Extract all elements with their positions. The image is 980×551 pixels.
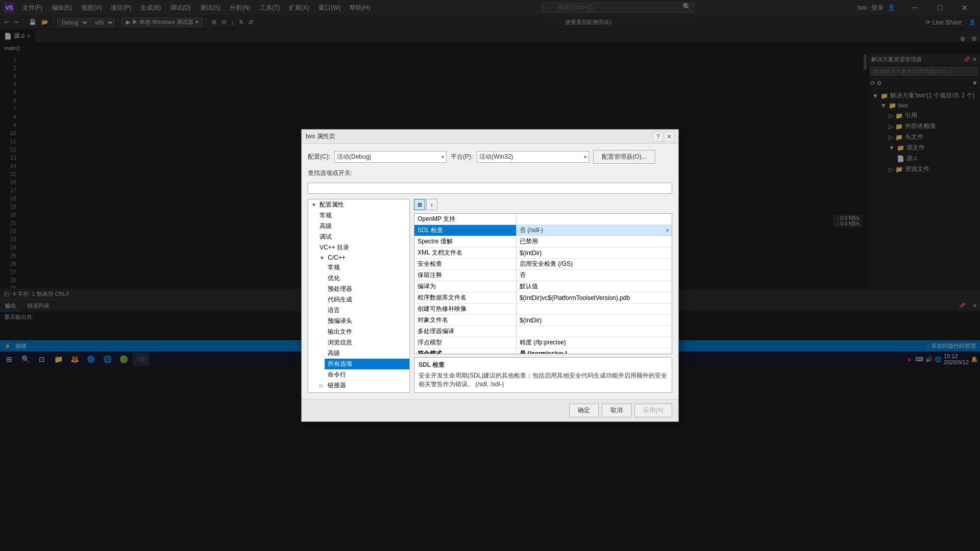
tree-output-files[interactable]: 输出文件: [325, 327, 409, 337]
prop-key-comments: 保留注释: [414, 270, 517, 281]
property-description: SDL 检查 安全开发生命周期(SDL)建议的其他检查；包括启用其他安全代码生成…: [414, 357, 672, 393]
tree-advanced[interactable]: 高级: [316, 221, 409, 232]
browse-label: 浏览信息: [328, 338, 352, 347]
prop-row-mp: 多处理器编译: [414, 326, 672, 337]
prop-val-hotpatch: [517, 304, 672, 314]
config-manager-button[interactable]: 配置管理器(O)...: [593, 150, 655, 164]
tree-advanced-label: 高级: [320, 222, 332, 231]
config-arrow: ▾: [442, 154, 444, 160]
ok-button[interactable]: 确定: [569, 404, 599, 417]
prop-key-sdl: SDL 检查: [414, 225, 517, 236]
tree-config-props[interactable]: ▼ 配置属性: [308, 199, 409, 210]
dialog-titlebar: two 属性页 ? ✕: [302, 130, 678, 144]
prop-val-xml: $(IntDir): [517, 247, 672, 258]
properties-table: OpenMP 支持 SDL 检查 否 (/sdl-) ▾: [414, 213, 672, 354]
prop-key-pdb: 程序数据库文件名: [414, 292, 517, 303]
tree-cpp-advanced[interactable]: 高级: [325, 348, 409, 359]
expand-icon: ▼: [311, 202, 317, 208]
tree-pch[interactable]: 预编译头: [325, 316, 409, 327]
prop-val-comments: 否: [517, 270, 672, 281]
tree-config-label: 配置属性: [320, 201, 344, 209]
prop-key-conform: 符合模式: [414, 348, 517, 354]
prop-val-sdl: 否 (/sdl-) ▾: [517, 225, 672, 236]
properties-tree: ▼ 配置属性 常规 高级 调试 VC+: [308, 199, 410, 393]
expand-linker: ▷: [320, 383, 326, 388]
dialog-main-content: ▼ 配置属性 常规 高级 调试 VC+: [308, 199, 672, 393]
config-row: 配置(C): 活动(Debug) ▾ 平台(P): 活动(Win32) ▾ 配置…: [308, 150, 672, 164]
tree-language[interactable]: 语言: [325, 305, 409, 316]
prop-val-conform: 是 (/permissive-): [517, 348, 672, 354]
apply-button[interactable]: 应用(A): [634, 404, 672, 417]
prop-row-spectre: Spectre 缓解 已禁用: [414, 236, 672, 247]
prop-row-comments: 保留注释 否: [414, 270, 672, 281]
dialog-help-button[interactable]: ?: [653, 132, 663, 142]
tree-manifest[interactable]: ▷ 清单工具: [316, 391, 409, 393]
all-opt-label: 所有选项: [328, 360, 352, 368]
prop-row-sdl[interactable]: SDL 检查 否 (/sdl-) ▾: [414, 225, 672, 236]
search-row: 查找选项或开关:: [308, 169, 672, 178]
tree-codegen[interactable]: 代码生成: [325, 294, 409, 305]
prop-toolbar: ⊞ ↕: [414, 199, 672, 210]
option-search-input[interactable]: [308, 183, 672, 194]
sdl-dropdown-arrow[interactable]: ▾: [666, 228, 669, 233]
tree-vc-label: VC++ 目录: [320, 243, 349, 252]
tree-cpp[interactable]: ▼ C/C++: [316, 253, 409, 262]
tree-debug-label: 调试: [320, 233, 332, 241]
tree-cpp-general[interactable]: 常规: [325, 262, 409, 273]
config-dropdown[interactable]: 活动(Debug) ▾: [334, 151, 447, 163]
desc-text: 安全开发生命周期(SDL)建议的其他检查；包括启用其他安全代码生成功能并启用额外…: [419, 371, 668, 389]
dialog-overlay: two 属性页 ? ✕ 配置(C): 活动(Debug) ▾ 平台(P): 活动…: [0, 0, 980, 551]
platform-dropdown[interactable]: 活动(Win32) ▾: [477, 151, 589, 163]
tree-linker[interactable]: ▷ 链接器: [316, 380, 409, 391]
tree-preprocessor[interactable]: 预处理器: [325, 284, 409, 294]
pch-label: 预编译头: [328, 317, 352, 325]
platform-arrow: ▾: [584, 154, 586, 160]
prop-val-objfiles: $(IntDir): [517, 315, 672, 325]
prop-row-hotpatch: 创建可热修补映像: [414, 304, 672, 315]
lang-label: 语言: [328, 306, 340, 315]
prop-key-openmp: OpenMP 支持: [414, 214, 517, 224]
prop-key-float: 浮点模型: [414, 337, 517, 348]
prop-view-grid[interactable]: ⊞: [414, 199, 425, 210]
tree-cpp-label: C/C++: [328, 254, 346, 261]
prop-key-mp: 多处理器编译: [414, 326, 517, 337]
prop-val-openmp: [517, 214, 672, 224]
prop-key-objfiles: 对象文件名: [414, 315, 517, 325]
prop-val-mp: [517, 326, 672, 337]
desc-title: SDL 检查: [419, 361, 668, 369]
prop-val-float: 精度 (/fp:precise): [517, 337, 672, 348]
config-label: 配置(C):: [308, 153, 330, 161]
opt-label: 优化: [328, 274, 340, 283]
tree-all-options[interactable]: 所有选项: [325, 359, 409, 369]
cancel-button[interactable]: 取消: [602, 404, 631, 417]
tree-debug[interactable]: 调试: [316, 232, 409, 242]
dialog-controls: ? ✕: [653, 132, 674, 142]
dialog-close-button[interactable]: ✕: [664, 132, 674, 142]
platform-value: 活动(Win32): [479, 153, 513, 161]
tree-general-label: 常规: [320, 211, 332, 220]
dialog-title: two 属性页: [306, 132, 653, 141]
prop-key-hotpatch: 创建可热修补映像: [414, 304, 517, 314]
dialog-body: 配置(C): 活动(Debug) ▾ 平台(P): 活动(Win32) ▾ 配置…: [302, 144, 678, 399]
prop-row-float: 浮点模型 精度 (/fp:precise): [414, 337, 672, 348]
tree-optimization[interactable]: 优化: [325, 273, 409, 284]
prop-val-security: 启用安全检查 (/GS): [517, 259, 672, 269]
prop-val-spectre: 已禁用: [517, 236, 672, 247]
tree-general[interactable]: 常规: [316, 210, 409, 221]
prop-view-sort[interactable]: ↕: [426, 199, 437, 210]
tree-vc-dirs[interactable]: VC++ 目录: [316, 242, 409, 253]
prop-row-objfiles: 对象文件名 $(IntDir): [414, 315, 672, 326]
tree-browse[interactable]: 浏览信息: [325, 337, 409, 348]
pre-label: 预处理器: [328, 285, 352, 293]
properties-dialog: two 属性页 ? ✕ 配置(C): 活动(Debug) ▾ 平台(P): 活动…: [301, 129, 679, 422]
cmdline-label: 命令行: [328, 370, 346, 379]
linker-label: 链接器: [328, 381, 346, 390]
prop-row-compile-as: 编译为 默认值: [414, 281, 672, 292]
prop-row-conform: 符合模式 是 (/permissive-): [414, 348, 672, 354]
tree-cmdline[interactable]: 命令行: [325, 369, 409, 380]
prop-key-xml: XML 文档文件名: [414, 247, 517, 258]
prop-val-pdb: $(IntDir)vc$(PlatformToolsetVersion).pdb: [517, 292, 672, 303]
prop-row-pdb: 程序数据库文件名 $(IntDir)vc$(PlatformToolsetVer…: [414, 292, 672, 304]
expand-cpp: ▼: [320, 255, 326, 261]
prop-val-compile-as: 默认值: [517, 281, 672, 292]
